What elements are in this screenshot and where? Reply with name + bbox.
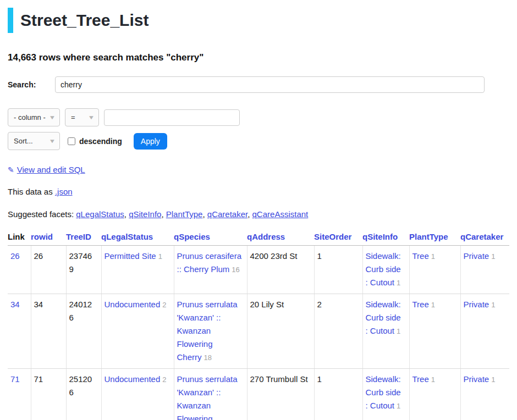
sql-link-row: ✎View and edit SQL [8, 165, 509, 174]
column-header-qlegalstatus[interactable]: qLegalStatus [101, 231, 174, 246]
facet-link-qcaretaker[interactable]: qCaretaker [207, 209, 248, 219]
facet-count: 1 [431, 375, 435, 384]
cell-siteorder: 1 [314, 246, 362, 294]
facet-value-link[interactable]: Tree [413, 300, 429, 309]
cell-qlegalstatus: Permitted Site1 [101, 246, 174, 294]
page-header: Street_Tree_List [8, 8, 509, 33]
cell-treeid: 240126 [66, 294, 101, 369]
cell-value: 4200 23rd St [250, 251, 298, 261]
facet-count: 1 [491, 301, 495, 309]
search-label: Search: [8, 80, 55, 89]
cell-planttype: Tree1 [409, 369, 460, 420]
cell-value: 34 [34, 300, 43, 309]
facets-prefix: Suggested facets: [8, 209, 74, 219]
sort-select-wrap: Sort... ▼ [8, 132, 60, 150]
cell-qsiteinfo: Sidewalk: Curb side : Cutout1 [362, 294, 409, 369]
cell-qaddress: 270 Trumbull St [247, 369, 314, 420]
filter-row: - column - ▼ = ▼ [8, 108, 509, 126]
column-header-planttype[interactable]: PlantType [409, 231, 460, 246]
cell-qsiteinfo: Sidewalk: Curb side : Cutout1 [362, 369, 409, 420]
column-header-qsiteinfo[interactable]: qSiteInfo [362, 231, 409, 246]
facet-count: 1 [397, 279, 400, 287]
facet-count: 2 [162, 301, 166, 309]
facet-count: 1 [491, 252, 495, 261]
column-header-qaddress[interactable]: qAddress [247, 231, 314, 246]
cell-treeid: 237469 [66, 246, 101, 294]
facet-value-link[interactable]: Sidewalk: Curb side : Cutout [366, 251, 401, 287]
facet-link-qsiteinfo[interactable]: qSiteInfo [129, 209, 161, 219]
facet-count: 1 [397, 402, 400, 410]
column-header-qcaretaker[interactable]: qCaretaker [460, 231, 509, 246]
facet-count: 16 [232, 266, 239, 274]
cell-qcaretaker: Private1 [460, 294, 509, 369]
facet-link-qlegalstatus[interactable]: qLegalStatus [76, 209, 124, 219]
row-link[interactable]: 34 [10, 300, 20, 309]
descending-checkbox[interactable] [68, 137, 75, 145]
cell-siteorder: 2 [314, 294, 362, 369]
cell-link: 34 [8, 294, 31, 369]
column-header-qspecies[interactable]: qSpecies [174, 231, 247, 246]
facet-link-planttype[interactable]: PlantType [166, 209, 203, 219]
facet-count: 18 [204, 353, 212, 362]
cell-qcaretaker: Private1 [460, 246, 509, 294]
column-select[interactable]: - column - [8, 108, 60, 126]
table-row: 7171251206Undocumented2Prunus serrulata … [8, 369, 509, 420]
sort-row: Sort... ▼ descending Apply [8, 132, 509, 150]
facet-value-link[interactable]: Private [464, 300, 490, 309]
facet-value-link[interactable]: Tree [413, 374, 429, 384]
json-link[interactable]: .json [55, 187, 73, 196]
column-header-link: Link [8, 231, 31, 246]
facet-value-link[interactable]: Prunus serrulata 'Kwanzan' :: Kwanzan Fl… [177, 300, 238, 362]
facet-count: 2 [162, 375, 166, 384]
apply-button[interactable]: Apply [134, 133, 167, 150]
page-container: Street_Tree_List 14,663 rows where searc… [0, 0, 517, 420]
search-input[interactable] [55, 76, 485, 93]
facet-link-qcareassistant[interactable]: qCareAssistant [252, 209, 309, 219]
column-header-treeid[interactable]: TreeID [66, 231, 101, 246]
facet-value-link[interactable]: Tree [413, 251, 429, 261]
table-header-row: LinkrowidTreeIDqLegalStatusqSpeciesqAddr… [8, 231, 509, 246]
cell-qspecies: Prunus serrulata 'Kwanzan' :: Kwanzan Fl… [174, 369, 247, 420]
cell-link: 71 [8, 369, 31, 420]
cell-rowid: 26 [31, 246, 66, 294]
cell-value: 26 [34, 251, 43, 261]
facet-value-link[interactable]: Undocumented [105, 300, 161, 309]
facet-count: 1 [397, 327, 400, 335]
facet-value-link[interactable]: Prunus serrulata 'Kwanzan' :: Kwanzan Fl… [177, 374, 238, 420]
operator-select-wrap: = ▼ [65, 108, 99, 126]
table-row: 2626237469Permitted Site1Prunus cerasife… [8, 246, 509, 294]
facet-value-link[interactable]: Private [464, 251, 490, 261]
operator-select[interactable]: = [65, 108, 99, 126]
search-row: Search: [8, 76, 485, 93]
cell-qaddress: 20 Lily St [247, 294, 314, 369]
cell-value: 251206 [69, 374, 92, 397]
view-edit-sql-link[interactable]: View and edit SQL [17, 165, 85, 174]
row-count-heading: 14,663 rows where search matches "cherry… [8, 52, 509, 63]
cell-value: 20 Lily St [250, 300, 284, 309]
facet-value-link[interactable]: Permitted Site [105, 251, 156, 261]
facet-value-link[interactable]: Private [464, 374, 490, 384]
cell-qlegalstatus: Undocumented2 [101, 294, 174, 369]
cell-value: 2 [317, 300, 322, 309]
cell-value: 237469 [69, 251, 92, 274]
facet-value-link[interactable]: Sidewalk: Curb side : Cutout [366, 374, 401, 410]
filter-value-input[interactable] [104, 109, 240, 126]
cell-rowid: 71 [31, 369, 66, 420]
suggested-facets-row: Suggested facets: qLegalStatus, qSiteInf… [8, 209, 509, 219]
row-link[interactable]: 71 [10, 374, 20, 384]
row-link[interactable]: 26 [10, 251, 20, 261]
cell-qspecies: Prunus serrulata 'Kwanzan' :: Kwanzan Fl… [174, 294, 247, 369]
column-header-siteorder[interactable]: SiteOrder [314, 231, 362, 246]
descending-label: descending [79, 137, 122, 146]
facet-count: 1 [431, 252, 435, 261]
facet-count: 1 [158, 252, 162, 261]
sort-select[interactable]: Sort... [8, 132, 60, 150]
cell-qlegalstatus: Undocumented2 [101, 369, 174, 420]
facet-count: 1 [491, 375, 495, 384]
cell-qcaretaker: Private1 [460, 369, 509, 420]
column-header-rowid[interactable]: rowid [31, 231, 66, 246]
cell-value: 1 [317, 374, 322, 384]
facet-value-link[interactable]: Sidewalk: Curb side : Cutout [366, 300, 401, 335]
facet-value-link[interactable]: Undocumented [105, 374, 161, 384]
cell-value: 270 Trumbull St [250, 374, 308, 384]
